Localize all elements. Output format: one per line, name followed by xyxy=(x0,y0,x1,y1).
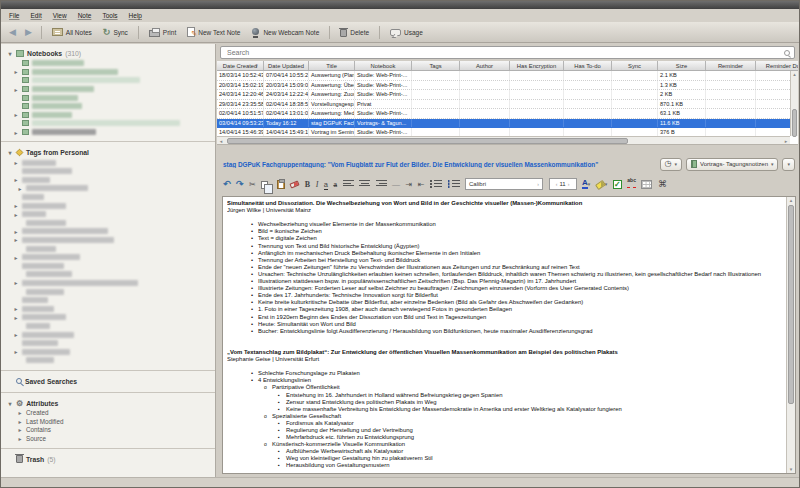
expander-icon[interactable]: ▸ xyxy=(13,86,19,93)
numbered-list-button[interactable] xyxy=(448,178,460,190)
note-row[interactable]: 18/03/14 10:52:43 07/04/14 10:55:29 Ausw… xyxy=(217,71,790,81)
italic-button[interactable]: I xyxy=(316,178,319,190)
notes-list-vertical-scrollbar[interactable]: ▴ xyxy=(790,71,798,136)
expander-closed-icon[interactable]: ▸ xyxy=(17,409,23,416)
new-webcam-note-button[interactable]: New Webcam Note xyxy=(247,26,323,39)
note-content[interactable]: Simultaneität und Dissoziation. Die Wech… xyxy=(227,200,784,471)
search-input[interactable] xyxy=(225,48,784,57)
expander-icon[interactable]: ▸ xyxy=(17,185,23,192)
tag-item-redacted[interactable] xyxy=(1,296,215,305)
spellcheck-button[interactable]: abc xyxy=(627,178,636,190)
highlight-button[interactable]: ▾ xyxy=(596,178,608,190)
expander-icon[interactable]: ▸ xyxy=(13,176,19,183)
expander-icon[interactable]: ▸ xyxy=(13,254,19,261)
cut-button[interactable]: ✂ xyxy=(249,178,256,190)
notes-list-horizontal-scrollbar[interactable]: ◂ ▸ xyxy=(217,136,790,144)
column-header[interactable]: Reminder Due xyxy=(756,61,798,70)
tag-item-redacted[interactable]: ▸ xyxy=(1,158,215,167)
scroll-down-icon[interactable]: ▾ xyxy=(787,466,795,473)
column-header[interactable]: Reminder xyxy=(706,61,756,70)
horizontal-rule-button[interactable]: — xyxy=(392,178,400,190)
notebook-item-redacted[interactable]: ▸ xyxy=(1,111,215,120)
menu-item[interactable]: File xyxy=(9,12,19,19)
column-header[interactable]: Tags xyxy=(412,61,460,70)
expander-icon[interactable]: ▸ xyxy=(13,129,19,136)
column-header[interactable]: Has Encryption xyxy=(510,61,564,70)
expander-icon[interactable]: ▸ xyxy=(13,111,19,118)
copy-button[interactable] xyxy=(261,178,271,190)
back-button[interactable]: ◀ xyxy=(6,27,19,37)
tag-item-redacted[interactable]: ▸ xyxy=(1,236,215,245)
menu-item[interactable]: View xyxy=(53,12,67,19)
reminder-button[interactable]: ◷ ▾ xyxy=(660,158,683,171)
expander-icon[interactable]: ▸ xyxy=(13,279,19,286)
tag-item-redacted[interactable] xyxy=(1,261,215,270)
expander-icon[interactable]: ▸ xyxy=(13,314,19,321)
redo-button[interactable]: ↷ xyxy=(236,178,244,190)
note-row[interactable]: 14/04/14 15:46:39 14/04/14 15:49:19 Vort… xyxy=(217,128,790,136)
delete-button[interactable]: Delete xyxy=(336,25,373,39)
sidebar-section-attributes[interactable]: ▾ ⚙ Attributes xyxy=(1,398,215,409)
note-row[interactable]: 24/03/14 12:20:46 24/03/14 12:22:47 Ausw… xyxy=(217,90,790,100)
column-header[interactable]: Date Updated xyxy=(264,61,309,70)
editor-scrollbar[interactable]: ▴ ▾ xyxy=(786,197,795,473)
tag-item-redacted[interactable] xyxy=(1,167,215,176)
underline-button[interactable]: a xyxy=(324,178,328,190)
bullet-list-button[interactable] xyxy=(430,178,442,190)
menu-item[interactable]: Tools xyxy=(102,12,117,19)
tag-item-redacted[interactable]: ▸ xyxy=(1,210,215,219)
notebook-item-redacted[interactable]: ▸ xyxy=(1,68,215,77)
attribute-item[interactable]: ▸ Created xyxy=(1,409,215,418)
expander-icon[interactable]: ▸ xyxy=(13,305,19,312)
paste-button[interactable] xyxy=(277,178,285,190)
scroll-up-icon[interactable]: ▴ xyxy=(791,71,798,78)
scrollbar-thumb[interactable] xyxy=(788,205,794,404)
notebook-item-redacted[interactable] xyxy=(1,76,215,85)
tag-item-redacted[interactable]: ▸ xyxy=(1,253,215,262)
column-header[interactable]: Size xyxy=(658,61,706,70)
print-button[interactable]: Print xyxy=(145,25,180,39)
tag-item-redacted[interactable] xyxy=(5,322,215,331)
erase-button[interactable] xyxy=(290,178,299,190)
sync-button[interactable]: ↻ Sync xyxy=(99,25,132,39)
spinner-left-icon[interactable]: ‹ xyxy=(556,181,558,187)
tag-item-redacted[interactable] xyxy=(5,287,215,296)
expander-icon[interactable]: ▸ xyxy=(13,211,19,218)
column-header[interactable]: Author xyxy=(460,61,510,70)
expander-icon[interactable]: ▸ xyxy=(13,331,19,338)
outdent-button[interactable]: ⇤ xyxy=(418,178,425,190)
menu-item[interactable]: Help xyxy=(129,12,142,19)
strikethrough-button[interactable]: a xyxy=(333,178,337,190)
forward-button[interactable]: ▶ xyxy=(22,27,35,37)
window-titlebar[interactable] xyxy=(1,1,799,9)
sidebar-section-tags[interactable]: ▾ Tags from Personal xyxy=(1,147,215,158)
notebook-item-redacted[interactable] xyxy=(1,93,215,102)
expander-icon[interactable]: ▸ xyxy=(13,348,19,355)
attribute-item[interactable]: ▸ Source xyxy=(1,434,215,443)
usage-button[interactable]: Usage xyxy=(386,27,427,38)
expander-closed-icon[interactable]: ▸ xyxy=(17,418,23,425)
column-header[interactable]: Has To-do xyxy=(564,61,612,70)
note-row[interactable]: 29/03/14 23:35:58 02/04/14 18:38:56 Vors… xyxy=(217,100,790,110)
note-row[interactable]: 20/03/14 15:02:19 20/03/14 15:09:00 Ausw… xyxy=(217,81,790,91)
tag-item-redacted[interactable]: ▸ xyxy=(1,227,215,236)
font-color-button[interactable]: A▾ xyxy=(582,178,590,190)
expander-icon[interactable]: ▸ xyxy=(13,202,19,209)
scroll-left-icon[interactable]: ◂ xyxy=(217,138,225,144)
menu-item[interactable]: Note xyxy=(78,12,92,19)
expander-closed-icon[interactable]: ▸ xyxy=(17,426,23,433)
notebook-item-redacted[interactable]: ▸ xyxy=(1,128,215,137)
expander-icon[interactable]: ▸ xyxy=(13,159,19,166)
notebook-item-redacted[interactable] xyxy=(1,119,215,128)
expander-open-icon[interactable]: ▾ xyxy=(7,149,13,156)
expander-open-icon[interactable]: ▾ xyxy=(7,400,13,407)
new-text-note-button[interactable]: ✎ New Text Note xyxy=(183,25,244,39)
all-notes-button[interactable]: All Notes xyxy=(48,26,96,38)
expander-icon[interactable]: ▸ xyxy=(13,236,19,243)
note-info-button[interactable]: ▾ xyxy=(782,158,795,171)
indent-button[interactable]: ⇥ xyxy=(406,178,413,190)
tag-item-redacted[interactable] xyxy=(1,193,215,202)
tag-item-redacted[interactable] xyxy=(5,356,215,365)
tag-item-redacted[interactable]: ▸ xyxy=(1,176,215,185)
tag-item-redacted[interactable]: ▸ xyxy=(1,304,215,313)
